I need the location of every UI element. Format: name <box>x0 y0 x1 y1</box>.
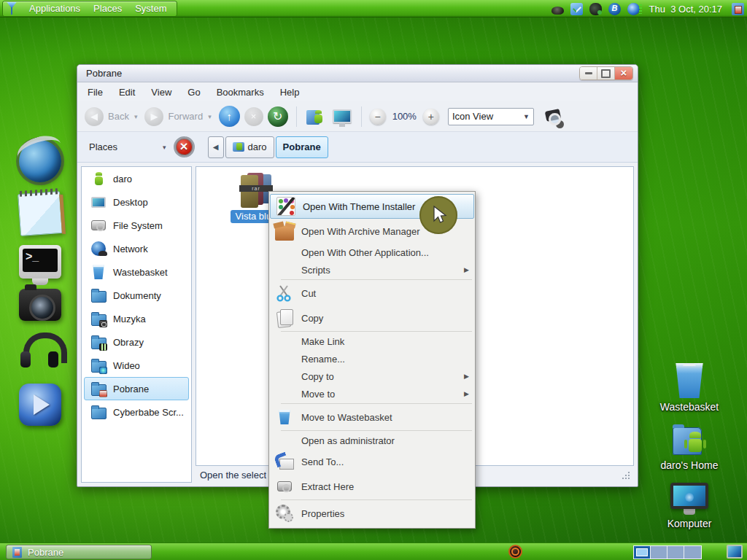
workspace-3[interactable] <box>667 546 684 559</box>
view-mode-select[interactable]: Icon View ▼ <box>448 108 534 125</box>
back-button[interactable]: ◀ <box>85 107 104 126</box>
distro-logo-icon[interactable] <box>6 2 18 15</box>
bluetooth-icon[interactable] <box>608 3 621 15</box>
breadcrumb-back-button[interactable]: ◀ <box>208 136 224 158</box>
menu-item-copy[interactable]: Copy <box>269 306 475 330</box>
zoom-in-button[interactable]: + <box>423 109 439 125</box>
sidebar-item-wideo[interactable]: Wideo <box>84 354 189 377</box>
firefox-icon[interactable] <box>19 140 61 182</box>
zoom-out-button[interactable]: − <box>370 109 386 125</box>
menu-item-send-to[interactable]: Send To... <box>269 449 475 474</box>
menu-item-move-to[interactable]: Move to ▶ <box>269 385 475 402</box>
folder-music-icon <box>90 310 107 327</box>
desktop-icon-computer[interactable]: Komputer <box>649 483 729 529</box>
sidebar-item-obrazy[interactable]: Obrazy <box>84 330 189 354</box>
terminal-icon[interactable] <box>19 245 61 279</box>
webcam-icon[interactable] <box>589 3 602 15</box>
dropbox-icon[interactable] <box>570 3 583 15</box>
sidebar-item-desktop[interactable]: Desktop <box>84 190 189 214</box>
menu-item-label: Rename... <box>301 354 345 365</box>
close-sidebar-button[interactable] <box>174 136 195 158</box>
breadcrumb-pobrane[interactable]: Pobrane <box>276 136 328 158</box>
desktop-icons: Wastebasket daro's Home Komputer <box>649 363 729 541</box>
menu-item-label: Move to Wastebasket <box>301 412 392 423</box>
theme-installer-icon <box>275 197 297 216</box>
minimize-button[interactable] <box>580 67 597 79</box>
desktop-icon-label: daro's Home <box>661 459 719 471</box>
taskbar-item-pobrane[interactable]: Pobrane <box>6 545 152 559</box>
sidebar-item-cyberbabe[interactable]: Cyberbabe Scr... <box>84 400 189 424</box>
up-button[interactable]: ↑ <box>219 106 240 127</box>
menu-item-make-link[interactable]: Make Link <box>269 332 475 350</box>
places-label[interactable]: Places <box>89 141 117 152</box>
titlebar[interactable]: Pobrane <box>77 65 638 82</box>
menu-item-copy-to[interactable]: Copy to ▶ <box>269 368 475 385</box>
maximize-button[interactable] <box>597 67 615 79</box>
menu-view[interactable]: View <box>151 87 171 98</box>
show-desktop-button[interactable] <box>727 545 743 559</box>
network-icon[interactable] <box>627 3 640 15</box>
volume-icon[interactable] <box>551 7 564 15</box>
camera-icon[interactable] <box>19 289 61 321</box>
sidebar-label: Wideo <box>113 360 140 371</box>
back-label: Back <box>108 111 129 122</box>
menu-item-label: Extract Here <box>301 481 354 492</box>
forward-button[interactable]: ▶ <box>144 107 163 126</box>
menu-item-cut[interactable]: Cut <box>269 281 475 306</box>
stop-button[interactable]: × <box>244 107 263 126</box>
menu-places[interactable]: Places <box>92 2 123 15</box>
menu-file[interactable]: File <box>88 87 103 98</box>
computer-button[interactable] <box>333 109 352 123</box>
search-icon[interactable] <box>543 106 565 128</box>
menu-item-properties[interactable]: Properties <box>269 501 475 526</box>
menu-item-scripts[interactable]: Scripts ▶ <box>269 261 475 279</box>
menu-edit[interactable]: Edit <box>119 87 135 98</box>
media-player-icon[interactable] <box>19 384 61 426</box>
clock[interactable]: Thu 3 Oct, 20:17 <box>649 4 722 15</box>
system-tray: Thu 3 Oct, 20:17 <box>551 0 744 18</box>
forward-history-dropdown[interactable]: ▾ <box>208 113 212 120</box>
menu-bookmarks[interactable]: Bookmarks <box>217 87 264 98</box>
menu-system[interactable]: System <box>133 2 168 15</box>
submenu-arrow-icon: ▶ <box>464 373 469 380</box>
panel-notification-icon[interactable] <box>508 545 522 559</box>
menu-help[interactable]: Help <box>280 87 300 98</box>
workspace-1[interactable] <box>634 546 651 559</box>
sidebar-item-pobrane[interactable]: Pobrane <box>84 377 189 400</box>
send-to-icon <box>274 454 295 470</box>
back-history-dropdown[interactable]: ▾ <box>134 113 138 120</box>
close-button[interactable] <box>615 67 632 79</box>
sidebar-label: daro <box>113 174 132 184</box>
sidebar-item-network[interactable]: Network <box>84 237 189 260</box>
desktop-icon-wastebasket[interactable]: Wastebasket <box>649 363 729 413</box>
menu-item-rename[interactable]: Rename... <box>269 350 475 368</box>
sidebar-item-muzyka[interactable]: Muzyka <box>84 307 189 330</box>
menu-item-extract-here[interactable]: Extract Here <box>269 474 475 499</box>
sidebar-item-wastebasket[interactable]: Wastebasket <box>84 260 189 284</box>
sidebar-item-daro[interactable]: daro <box>84 167 189 190</box>
refresh-button[interactable]: ↻ <box>268 106 288 127</box>
desktop-icon-label: Wastebasket <box>660 401 719 413</box>
menu-item-label: Open With Archive Manager <box>301 226 420 237</box>
menu-item-open-as-administrator[interactable]: Open as administrator <box>269 432 475 449</box>
notepad-icon[interactable] <box>18 191 63 236</box>
sidebar-item-filesystem[interactable]: File System <box>84 214 189 237</box>
workspace-2[interactable] <box>651 546 667 559</box>
resize-grip[interactable] <box>622 472 630 479</box>
desktop-icon <box>90 193 107 211</box>
places-dropdown-icon[interactable]: ▾ <box>163 144 166 151</box>
menu-go[interactable]: Go <box>187 87 200 98</box>
breadcrumb-daro[interactable]: daro <box>225 136 274 158</box>
menu-item-label: Properties <box>301 508 344 519</box>
home-button[interactable] <box>306 107 325 126</box>
menu-item-move-to-wastebasket[interactable]: Move to Wastebasket <box>269 405 475 429</box>
menu-applications[interactable]: Applications <box>28 2 82 15</box>
sidebar-item-dokumenty[interactable]: Dokumenty <box>84 284 189 307</box>
downloads-tray-icon[interactable] <box>732 3 744 15</box>
breadcrumb: ◀ daro Pobrane <box>208 136 328 158</box>
menu-item-open-with-other[interactable]: Open With Other Application... <box>269 244 475 261</box>
desktop-icon-home[interactable]: daro's Home <box>649 424 729 471</box>
workspace-4[interactable] <box>684 546 701 559</box>
sidebar-label: File System <box>113 220 163 231</box>
headphones-icon[interactable] <box>19 331 61 373</box>
